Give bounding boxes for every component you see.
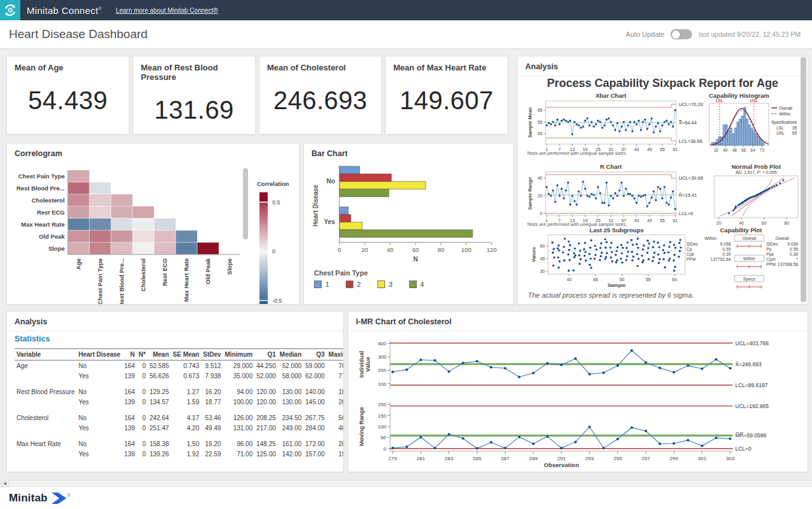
svg-text:No: No — [327, 178, 335, 185]
svg-text:303: 303 — [726, 456, 735, 461]
statistics-link[interactable]: Statistics — [15, 334, 50, 343]
svg-text:Overall: Overall — [779, 106, 792, 110]
svg-text:Cholesterol: Cholesterol — [32, 197, 65, 204]
svg-text:299: 299 — [670, 456, 679, 461]
svg-text:100: 100 — [378, 381, 387, 387]
svg-text:0: 0 — [540, 211, 542, 216]
svg-text:65: 65 — [792, 131, 797, 135]
kpi-value: 54.439 — [7, 86, 129, 115]
svg-text:9.039: 9.039 — [787, 242, 798, 246]
svg-text:61: 61 — [672, 147, 678, 152]
svg-text:USL: USL — [750, 98, 758, 103]
minitab-connect-logo-icon[interactable]: ⚙ — [0, 0, 20, 20]
svg-text:137068.58: 137068.58 — [778, 262, 798, 267]
svg-text:Cpk: Cpk — [686, 252, 695, 257]
svg-text:0.39: 0.39 — [790, 252, 798, 256]
panel-title: I-MR Chart of Cholesterol — [348, 312, 808, 331]
svg-text:LCL=0: LCL=0 — [679, 211, 693, 216]
svg-text:50: 50 — [619, 277, 624, 282]
legend-item: 1 — [314, 281, 329, 288]
svg-text:Heart Disease: Heart Disease — [312, 184, 319, 227]
svg-text:Xbar Chart: Xbar Chart — [596, 92, 627, 99]
svg-text:55: 55 — [537, 120, 542, 124]
svg-text:Rest Blood Pre...: Rest Blood Pre... — [118, 258, 125, 305]
svg-text:40: 40 — [387, 246, 394, 253]
svg-text:Observation: Observation — [544, 461, 579, 468]
svg-text:291: 291 — [557, 456, 566, 461]
svg-text:LSL: LSL — [776, 126, 784, 130]
legend-item: 3 — [377, 281, 393, 288]
scroll-left-arrow-icon[interactable]: ◂ — [0, 480, 10, 487]
learn-more-link[interactable]: Learn more about Minitab Connect® — [115, 7, 218, 14]
bar-chart: NoYes020406080100120NHeart Disease — [310, 164, 501, 268]
svg-text:Cpm: Cpm — [766, 257, 776, 262]
svg-text:Old Peak: Old Peak — [204, 258, 211, 284]
legend-item: 2 — [346, 281, 361, 288]
svg-text:Correlation: Correlation — [257, 180, 289, 187]
svg-text:295: 295 — [613, 456, 622, 461]
kpi-label: Mean of Age — [7, 56, 129, 72]
svg-text:55: 55 — [660, 147, 665, 152]
svg-text:0: 0 — [337, 246, 341, 253]
kpi-value: 149.607 — [386, 86, 508, 115]
svg-text:Rest Blood Pre...: Rest Blood Pre... — [16, 185, 65, 192]
svg-text:35: 35 — [792, 126, 797, 130]
registered-mark: ® — [67, 493, 70, 498]
svg-text:Sample: Sample — [608, 282, 626, 288]
svg-text:Age: Age — [75, 258, 82, 270]
kpi-card-mean-cholesterol: Mean of Cholesterol 246.693 — [259, 56, 382, 135]
svg-text:49: 49 — [647, 147, 652, 152]
svg-text:293: 293 — [586, 456, 594, 461]
svg-text:40: 40 — [739, 221, 744, 225]
svg-text:60: 60 — [540, 244, 545, 248]
svg-text:287: 287 — [501, 456, 510, 461]
svg-text:Chest Pain Type: Chest Pain Type — [96, 258, 103, 305]
svg-text:LSL: LSL — [716, 98, 723, 103]
kpi-label: Mean of Max Heart Rate — [386, 56, 508, 72]
svg-text:32: 32 — [714, 148, 719, 152]
svg-text:9.058: 9.058 — [720, 242, 731, 246]
svg-text:UCL=39.66: UCL=39.66 — [679, 175, 703, 181]
svg-text:StDev: StDev — [766, 242, 778, 246]
bar-legend-title: Chest Pain Type — [314, 269, 368, 277]
svg-text:285: 285 — [473, 456, 481, 461]
svg-text:100: 100 — [378, 424, 387, 430]
imr-chart: 100200300400IndividualValueUCL=403.766X̄… — [353, 332, 801, 471]
correlogram-scrollbar[interactable] — [243, 168, 248, 239]
svg-text:0.5: 0.5 — [272, 199, 280, 206]
svg-text:LCL=0: LCL=0 — [735, 446, 752, 452]
svg-text:Cholesterol: Cholesterol — [140, 258, 147, 291]
svg-text:279: 279 — [388, 456, 397, 461]
svg-text:X̄=246.693: X̄=246.693 — [735, 361, 762, 367]
svg-text:40: 40 — [723, 148, 728, 152]
sixpack-footnote: The actual process spread is represented… — [528, 291, 694, 299]
sixpack-analysis-panel: Analysis Process Capability Sixpack Repo… — [517, 56, 808, 305]
svg-text:43: 43 — [634, 218, 639, 223]
auto-update-toggle[interactable] — [671, 29, 692, 39]
svg-text:297: 297 — [641, 456, 650, 461]
svg-text:Within: Within — [743, 256, 756, 261]
svg-text:Normal Prob Plot: Normal Prob Plot — [731, 163, 781, 170]
svg-text:60: 60 — [672, 277, 677, 282]
sixpack-report-title: Process Capability Sixpack Report for Ag… — [518, 77, 808, 90]
toggle-knob — [672, 30, 680, 39]
kpi-card-mean-max-hr: Mean of Max Heart Rate 149.607 — [385, 56, 508, 135]
panel-title: Analysis — [7, 312, 343, 331]
svg-text:50: 50 — [381, 435, 386, 440]
kpi-value: 246.693 — [259, 86, 381, 115]
svg-text:Overall: Overall — [775, 236, 789, 241]
kpi-label: Mean of Rest Blood Pressure — [133, 56, 255, 82]
legend-item: 4 — [409, 281, 424, 288]
svg-text:Max Heart Rate: Max Heart Rate — [183, 258, 190, 302]
svg-text:Yes: Yes — [324, 218, 336, 225]
svg-text:283: 283 — [445, 456, 454, 461]
svg-text:Chest Pain Type: Chest Pain Type — [18, 173, 65, 180]
svg-text:49: 49 — [647, 218, 652, 223]
svg-text:Within: Within — [779, 112, 790, 116]
sixpack-scrollbar[interactable] — [801, 57, 806, 302]
panel-title: Bar Chart — [304, 143, 513, 162]
sixpack-charts: Xbar Chart455565Sample Mean1713192531374… — [524, 92, 801, 295]
svg-text:137752.64: 137752.64 — [710, 257, 731, 261]
svg-text:M̅R̅=59.0596: M̅R̅=59.0596 — [735, 432, 766, 439]
svg-text:40: 40 — [537, 176, 542, 180]
